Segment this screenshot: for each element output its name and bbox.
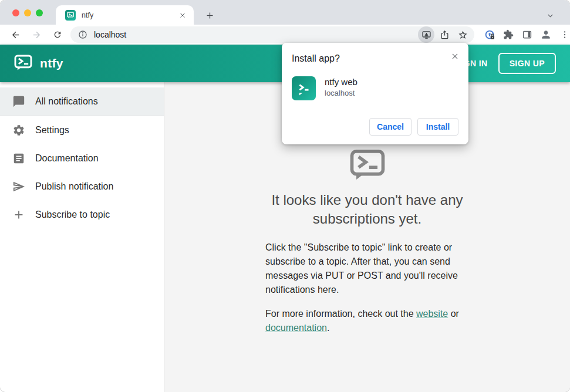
dialog-app-origin: localhost: [325, 89, 357, 97]
sidebar-item-all-notifications[interactable]: All notifications: [0, 87, 164, 116]
ntfy-watermark-logo-icon: [349, 149, 386, 183]
browser-window: ntfy: [0, 0, 570, 392]
ntfy-app-icon: [292, 76, 316, 100]
send-icon: [12, 180, 25, 193]
extensions-area: [479, 26, 570, 43]
website-link[interactable]: website: [416, 309, 448, 319]
tab-title: ntfy: [82, 11, 177, 19]
dialog-app-name: ntfy web: [325, 77, 357, 87]
side-panel-icon[interactable]: [519, 26, 535, 43]
sidebar-item-label: All notifications: [35, 96, 98, 107]
extensions-puzzle-icon[interactable]: [500, 26, 517, 43]
sidebar-item-label: Settings: [35, 125, 69, 136]
empty-state-heading: It looks like you don't have any subscri…: [256, 191, 479, 228]
tab-close-icon[interactable]: [177, 10, 188, 21]
info-icon[interactable]: [76, 28, 89, 41]
dialog-close-icon[interactable]: [448, 50, 461, 63]
install-button[interactable]: Install: [417, 118, 458, 136]
new-tab-button[interactable]: [202, 8, 217, 23]
sidebar-item-label: Publish notification: [35, 181, 113, 192]
back-icon[interactable]: [7, 26, 23, 43]
paragraph-text: .: [327, 323, 329, 333]
tab-strip: ntfy: [0, 0, 570, 25]
sidebar: All notifications Settings Documentation: [0, 82, 164, 392]
sidebar-item-settings[interactable]: Settings: [0, 116, 164, 144]
address-url[interactable]: localhost: [94, 30, 416, 39]
documentation-link[interactable]: documentation: [265, 323, 327, 333]
plus-icon: [12, 208, 25, 221]
dialog-title: Install app?: [292, 53, 458, 64]
sign-up-button[interactable]: SIGN UP: [498, 53, 556, 74]
close-window-button[interactable]: [12, 9, 19, 16]
onepassword-extension-icon[interactable]: [481, 26, 498, 43]
sidebar-item-label: Subscribe to topic: [35, 209, 110, 220]
ntfy-logo-icon: [14, 55, 32, 73]
empty-state-paragraph-links: For more information, check out the webs…: [265, 307, 469, 335]
browser-toolbar: localhost: [0, 25, 570, 45]
dialog-app-row: ntfy web localhost: [292, 76, 458, 100]
bookmark-star-icon[interactable]: [454, 26, 471, 43]
install-app-dialog: Install app? ntfy web localhost Cancel I…: [282, 43, 468, 144]
sidebar-item-subscribe-to-topic[interactable]: Subscribe to topic: [0, 201, 164, 229]
ntfy-favicon-icon: [65, 10, 76, 21]
install-app-icon[interactable]: [418, 26, 434, 43]
share-icon[interactable]: [436, 26, 453, 43]
chat-icon: [12, 95, 25, 108]
ntfy-brand: ntfy: [14, 55, 63, 73]
sidebar-item-label: Documentation: [35, 153, 99, 164]
maximize-window-button[interactable]: [36, 9, 43, 16]
sidebar-item-publish-notification[interactable]: Publish notification: [0, 173, 164, 201]
tab-search-chevron-icon[interactable]: [543, 8, 557, 22]
profile-avatar-icon[interactable]: [538, 26, 554, 43]
window-controls: [12, 9, 43, 16]
minimize-window-button[interactable]: [24, 9, 31, 16]
reload-icon[interactable]: [49, 26, 66, 43]
paragraph-text: For more information, check out the: [265, 309, 416, 319]
brand-name: ntfy: [40, 56, 63, 70]
browser-tab-ntfy[interactable]: ntfy: [56, 5, 194, 25]
document-icon: [12, 152, 25, 165]
kebab-menu-icon[interactable]: [556, 26, 570, 43]
gear-icon: [12, 124, 25, 137]
cancel-button[interactable]: Cancel: [369, 118, 412, 136]
sidebar-item-documentation[interactable]: Documentation: [0, 144, 164, 173]
empty-state-paragraph: Click the "Subscribe to topic" link to c…: [265, 241, 469, 297]
forward-icon: [28, 26, 45, 43]
address-bar[interactable]: localhost: [70, 26, 474, 43]
paragraph-text: or: [448, 309, 459, 319]
